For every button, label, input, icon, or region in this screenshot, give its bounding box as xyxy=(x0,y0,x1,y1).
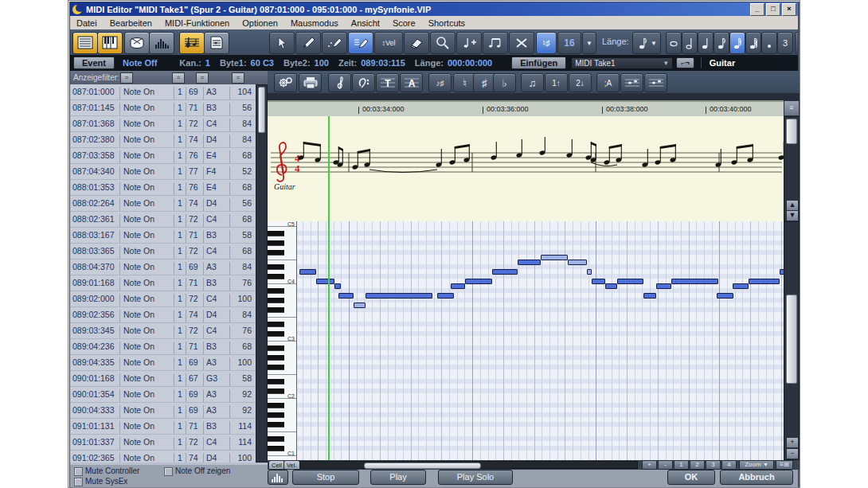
black-key[interactable] xyxy=(268,298,284,303)
black-key[interactable] xyxy=(268,355,284,361)
event-list-scrollbar-thumb[interactable] xyxy=(258,87,265,133)
midi-note[interactable] xyxy=(366,293,432,299)
piano-roll-scrollbar-thumb[interactable] xyxy=(786,295,797,384)
zoom-tool-button[interactable] xyxy=(430,32,456,54)
score-sheet-view-button[interactable] xyxy=(204,32,229,54)
midi-note[interactable] xyxy=(671,279,718,284)
event-row[interactable]: 091:02:365Note On174D4100 xyxy=(70,451,256,463)
duration-dot-button[interactable] xyxy=(761,32,777,54)
event-row[interactable]: 091:01:131Note On171B3114 xyxy=(70,419,256,435)
note-pair-button[interactable]: ♫ xyxy=(521,73,544,92)
midi-note[interactable] xyxy=(437,293,454,299)
minimize-button[interactable]: _ xyxy=(750,3,764,16)
close-button[interactable]: × xyxy=(782,3,796,16)
duration-sixteenth-button[interactable] xyxy=(729,32,745,54)
staff-settings-button[interactable] xyxy=(620,73,643,92)
duration-whole-button[interactable] xyxy=(666,32,682,54)
playback-cursor[interactable] xyxy=(328,221,330,460)
event-row[interactable]: 089:03:345Note On172C476 xyxy=(70,323,256,339)
event-row[interactable]: 088:01:353Note On176E468 xyxy=(70,180,256,196)
black-key[interactable] xyxy=(268,388,284,394)
play-button[interactable]: Play xyxy=(370,470,426,485)
mute-sysex-checkbox[interactable] xyxy=(74,478,83,486)
black-key[interactable] xyxy=(268,264,284,270)
filter-velocity-button[interactable]: = xyxy=(232,72,244,84)
midi-note[interactable] xyxy=(451,283,465,289)
black-key[interactable] xyxy=(268,422,284,427)
accidental-auto-button[interactable]: ♪♯ xyxy=(428,73,452,92)
black-key[interactable] xyxy=(268,307,284,313)
zoom-preset-2-button[interactable]: 2 xyxy=(690,460,705,470)
midi-note[interactable] xyxy=(717,293,733,299)
event-row[interactable]: 089:04:236Note On171B368 xyxy=(70,339,256,355)
score-view[interactable]: 44Guitar xyxy=(268,116,784,221)
quantize-button[interactable]: Qu xyxy=(795,32,798,54)
event-row[interactable]: 087:01:000Note On169A3104 xyxy=(70,84,256,100)
pattern-pencil-tool-button[interactable] xyxy=(348,32,373,54)
staff-system-button[interactable] xyxy=(644,73,667,92)
black-key[interactable] xyxy=(268,250,284,256)
horizontal-scrollbar-thumb[interactable] xyxy=(364,463,481,469)
zoom-preset-+-button[interactable]: + xyxy=(642,460,657,470)
insert-note-tool-button[interactable] xyxy=(456,32,482,54)
midi-note[interactable] xyxy=(605,283,617,289)
duration-thirtysecond-button[interactable] xyxy=(745,32,761,54)
tab-velocity[interactable]: Vel. xyxy=(283,460,300,470)
event-row[interactable]: 090:01:354Note On169A392 xyxy=(70,387,256,403)
midi-note[interactable] xyxy=(749,279,780,284)
event-row[interactable]: 089:02:000Note On172C4100 xyxy=(70,291,256,307)
black-key[interactable] xyxy=(268,288,284,294)
score-view-button[interactable] xyxy=(179,32,205,54)
delete-tool-button[interactable] xyxy=(509,32,534,54)
black-key[interactable] xyxy=(268,446,284,451)
zoom-menu-button[interactable]: Zoom ▼ xyxy=(739,460,774,470)
insert-button[interactable]: Einfügen xyxy=(511,57,566,69)
arrow-tool-button[interactable] xyxy=(269,32,295,54)
event-row[interactable]: 090:04:333Note On169A392 xyxy=(70,403,256,419)
velocity-tool-button[interactable]: ↕Vel xyxy=(374,32,403,54)
clef-t-button[interactable]: T xyxy=(376,73,399,92)
black-key[interactable] xyxy=(268,403,284,408)
zoom-preset-4-button[interactable]: 4 xyxy=(721,460,737,470)
ok-button[interactable]: OK xyxy=(667,470,715,485)
quantize-dropdown-button[interactable]: ▼ xyxy=(582,32,596,54)
tab-cell[interactable]: Cell xyxy=(268,460,285,470)
midi-note[interactable] xyxy=(299,269,316,275)
midi-note[interactable] xyxy=(587,269,592,275)
event-row[interactable]: 087:01:145Note On171B356 xyxy=(70,100,256,116)
note-off-show-checkbox[interactable] xyxy=(164,467,173,476)
print-button[interactable] xyxy=(299,73,322,92)
black-key[interactable] xyxy=(268,379,284,385)
event-button[interactable]: Event xyxy=(73,57,115,69)
midi-note[interactable] xyxy=(492,269,518,275)
event-row[interactable]: 088:03:167Note On171B358 xyxy=(70,228,256,244)
event-row[interactable]: 091:01:337Note On172C4114 xyxy=(70,435,256,451)
quantize-lock-button[interactable]: ♮♯ xyxy=(536,32,557,54)
score-scrollbar[interactable]: ▲ ▼ xyxy=(784,116,800,221)
midi-note[interactable] xyxy=(592,279,605,284)
zoom-in-vertical-button[interactable]: + xyxy=(786,437,799,448)
event-row[interactable]: 090:01:168Note On167G358 xyxy=(70,371,256,387)
zoom-preset---button[interactable]: - xyxy=(658,460,673,470)
drum-editor-view-button[interactable] xyxy=(124,32,150,54)
black-key[interactable] xyxy=(268,346,284,351)
ruler-options-button[interactable]: ≡ xyxy=(784,100,800,116)
event-row[interactable]: 089:02:356Note On174D484 xyxy=(70,307,256,323)
black-key[interactable] xyxy=(268,436,284,442)
menu-ansicht[interactable]: Ansicht xyxy=(345,18,386,29)
menu-midi-funktionen[interactable]: MIDI-Funktionen xyxy=(158,18,236,29)
eraser-tool-button[interactable] xyxy=(404,32,429,54)
treble-clef-button[interactable] xyxy=(328,73,351,92)
event-row[interactable]: 088:04:370Note On169A384 xyxy=(70,260,256,275)
length-value[interactable]: 000:00:000 xyxy=(448,58,492,68)
event-row[interactable]: 089:01:168Note On171B376 xyxy=(70,275,256,291)
black-key[interactable] xyxy=(268,274,284,279)
black-key[interactable] xyxy=(268,365,284,370)
score-scroll-down-button[interactable]: ▼ xyxy=(786,210,799,221)
time-ruler[interactable]: 00:03:34:00000:03:36:00000:03:38:00000:0… xyxy=(268,100,784,116)
velocity-display-button[interactable] xyxy=(268,470,288,485)
filter-time-button[interactable]: = xyxy=(120,72,133,84)
take-options-button[interactable]: ⌐¬ xyxy=(676,57,694,68)
midi-note[interactable] xyxy=(643,293,656,299)
time-value[interactable]: 089:03:115 xyxy=(361,58,405,68)
